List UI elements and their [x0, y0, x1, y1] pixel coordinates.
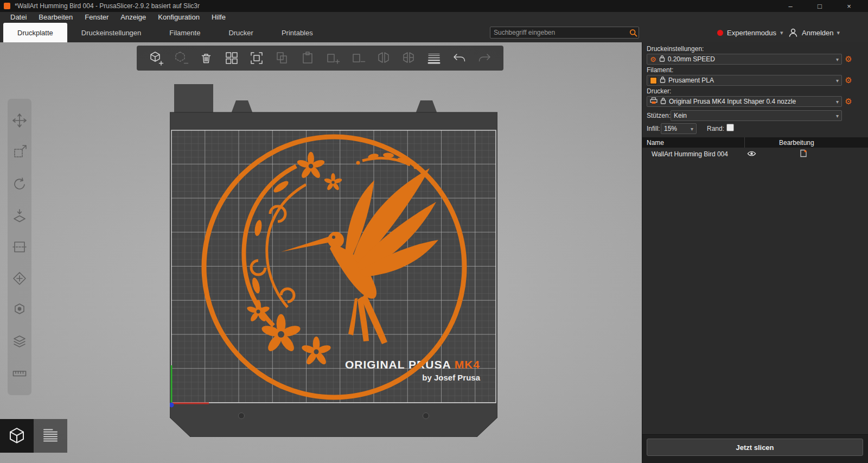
layer-height-icon [426, 50, 442, 66]
chevron-down-icon: ▾ [836, 56, 839, 62]
user-icon [788, 27, 799, 38]
object-row[interactable]: WallArt Humming Bird 004 [642, 149, 868, 160]
supports-value: Kein [674, 112, 833, 119]
print-settings-gear-button[interactable]: ⚙ [843, 54, 854, 65]
undo-button[interactable] [450, 48, 469, 68]
prusaslicer-window: *WallArt Humming Bird 004 - PrusaSlicer-… [0, 0, 868, 463]
menu-fenster[interactable]: Fenster [79, 12, 114, 23]
expert-mode-dot-icon [717, 30, 723, 36]
maximize-button[interactable]: □ [813, 2, 826, 10]
column-name-header: Name [642, 139, 664, 147]
filament-value: Prusament PLA [668, 77, 833, 84]
remove-instance-button[interactable] [348, 48, 368, 68]
tab-printables[interactable]: Printables [267, 23, 327, 42]
add-instance-button[interactable] [323, 48, 342, 68]
object-name: WallArt Humming Bird 004 [642, 150, 728, 158]
measure-icon [11, 365, 28, 382]
menubar: Datei Bearbeiten Fenster Anzeige Konfigu… [0, 12, 868, 23]
supports-combo[interactable]: Kein ▾ [671, 110, 842, 121]
tab-drucker[interactable]: Drucker [214, 23, 267, 42]
lock-icon [660, 75, 666, 85]
printer-icon [650, 97, 658, 106]
tab-druckplatte[interactable]: Druckplatte [3, 23, 67, 42]
search-icon[interactable] [628, 29, 639, 37]
seam-painting-tool-button[interactable] [10, 300, 29, 320]
menu-bearbeiten[interactable]: Bearbeiten [33, 12, 79, 23]
split-objects-button[interactable] [374, 48, 393, 68]
viewport-3d[interactable]: ORIGINAL PRUSA MK4 by Josef Prusa [0, 42, 642, 463]
column-divider [744, 137, 745, 148]
split-parts-button[interactable] [399, 48, 418, 68]
model-hummingbird-wallart[interactable] [200, 132, 469, 402]
copy-button[interactable] [272, 48, 292, 68]
chevron-down-icon: ▾ [836, 113, 839, 119]
delete-object-button[interactable] [171, 48, 190, 68]
delete-cube-icon [173, 50, 189, 66]
edit-object-icon[interactable] [800, 149, 807, 160]
variable-layer-height-button[interactable] [424, 48, 444, 68]
supports-label: Stützen: [647, 112, 671, 119]
login-selector[interactable]: Anmelden ▾ [788, 26, 840, 39]
add-object-button[interactable] [146, 48, 165, 68]
scale-tool-button[interactable] [10, 142, 29, 162]
slice-now-button[interactable]: Jetzt slicen [647, 439, 863, 456]
move-tool-button[interactable] [10, 111, 29, 130]
main-area: ORIGINAL PRUSA MK4 by Josef Prusa [0, 42, 868, 463]
infill-label: Infill: [647, 125, 660, 132]
profile-gear-icon: ⚙ [650, 55, 656, 64]
filament-gear-button[interactable]: ⚙ [843, 75, 854, 86]
menu-hilfe[interactable]: Hilfe [206, 12, 232, 23]
move-icon [11, 112, 28, 129]
tab-druckeinstellungen[interactable]: Druckeinstellungen [67, 23, 156, 42]
place-on-face-tool-button[interactable] [10, 206, 29, 225]
paste-button[interactable] [298, 48, 317, 68]
infill-value: 15% [664, 125, 688, 132]
minimize-button[interactable]: – [784, 2, 797, 10]
trash-icon [198, 50, 214, 66]
filament-color-swatch [650, 77, 657, 84]
chevron-down-icon: ▾ [780, 29, 783, 36]
copy-icon [274, 50, 290, 66]
redo-button[interactable] [475, 48, 494, 68]
tabbar: Druckplatte Druckeinstellungen Filamente… [0, 23, 868, 42]
printer-gear-button[interactable]: ⚙ [843, 96, 854, 107]
preview-layers-icon [41, 426, 60, 446]
printer-combo[interactable]: Original Prusa MK4 Input Shaper 0.4 nozz… [647, 96, 842, 107]
arrange-bed-icon [248, 50, 265, 66]
cut-tool-button[interactable] [10, 237, 29, 257]
delete-all-button[interactable] [196, 48, 216, 68]
support-painting-tool-button[interactable] [10, 269, 29, 288]
window-controls: – □ × [776, 0, 868, 12]
menu-datei[interactable]: Datei [4, 12, 33, 23]
arrange-button[interactable] [222, 48, 241, 68]
menu-konfiguration[interactable]: Konfiguration [152, 12, 206, 23]
measure-tool-button[interactable] [10, 364, 29, 383]
arrange-bed-button[interactable] [247, 48, 266, 68]
tab-filamente[interactable]: Filamente [155, 23, 214, 42]
brim-checkbox[interactable] [726, 124, 734, 131]
close-button[interactable]: × [843, 2, 856, 10]
chevron-down-icon: ▾ [836, 78, 839, 84]
mode-selector[interactable]: Expertenmodus ▾ [717, 27, 783, 38]
view-mode-buttons [0, 419, 67, 453]
filament-combo[interactable]: Prusament PLA ▾ [647, 75, 842, 86]
search-input[interactable] [490, 29, 628, 36]
mmu-paint-icon [11, 334, 28, 350]
infill-combo[interactable]: 15% ▾ [661, 123, 697, 134]
print-settings-combo[interactable]: ⚙ 0.20mm SPEED ▾ [647, 54, 842, 65]
column-edit-header: Bearbeitung [779, 139, 814, 147]
menu-anzeige[interactable]: Anzeige [114, 12, 152, 23]
window-title: *WallArt Humming Bird 004 - PrusaSlicer-… [15, 2, 200, 10]
titlebar: *WallArt Humming Bird 004 - PrusaSlicer-… [0, 0, 868, 12]
settings-sidebar: Druckeinstellungen: ⚙ 0.20mm SPEED ▾ ⚙ F… [642, 42, 868, 463]
visibility-eye-icon[interactable] [747, 149, 756, 159]
rotate-tool-button[interactable] [10, 174, 29, 194]
chevron-down-icon: ▾ [836, 99, 839, 105]
editor-cube-icon [7, 426, 27, 446]
preview-view-button[interactable] [34, 419, 67, 453]
scale-icon [11, 144, 28, 160]
redo-icon [476, 50, 493, 66]
mmu-painting-tool-button[interactable] [10, 332, 29, 352]
editor-view-button[interactable] [0, 419, 34, 453]
place-on-face-icon [11, 207, 28, 224]
